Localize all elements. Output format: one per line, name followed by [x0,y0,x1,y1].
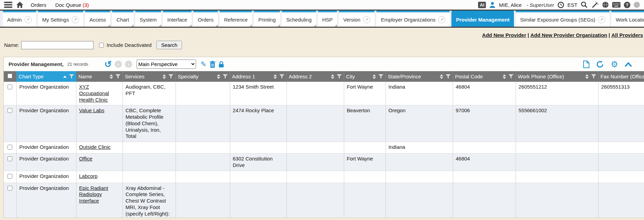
row-checkbox[interactable] [8,174,12,179]
forward-icon[interactable]: › [125,61,132,68]
external-link-icon[interactable]: ↗ [598,16,605,23]
row-checkbox[interactable] [8,156,12,161]
filter-funnel-icon[interactable] [591,74,596,79]
column-header-fax-number-office[interactable]: Fax Number (Office) [598,71,644,82]
tab-version[interactable]: Version↗ [339,11,375,27]
hamburger-menu-icon[interactable] [4,2,12,8]
tab-my-settings[interactable]: My Settings↗ [38,11,83,27]
column-header-city[interactable]: City [344,71,386,82]
filter-funnel-icon[interactable] [337,74,342,79]
column-header-address-2[interactable]: Address 2 [286,71,344,82]
trash-icon[interactable] [210,61,215,68]
status-circle-icon[interactable] [634,2,640,8]
tab-scheduling[interactable]: Scheduling [282,11,316,27]
tab-orders[interactable]: Orders [193,11,218,27]
column-header-specialty[interactable]: Specialty [176,71,230,82]
keyboard-icon[interactable] [612,2,620,8]
include-deactivated-checkbox[interactable] [99,43,104,48]
tab-provider-management[interactable]: Provider Management [451,11,514,27]
tab-hsp[interactable]: HSP [318,11,337,27]
sort-asc-icon[interactable] [63,76,67,78]
perspective-select[interactable]: Main Perspective [137,60,196,69]
sort-icon[interactable] [331,74,334,79]
all-providers-link[interactable]: All Providers [611,32,643,38]
filter-funnel-icon[interactable] [223,74,228,79]
row-checkbox[interactable] [8,145,12,150]
add-new-provider-link[interactable]: Add New Provider [482,32,526,38]
provider-name-link[interactable]: Value Labs [79,107,104,113]
row-checkbox[interactable] [8,108,12,113]
provider-name-link[interactable]: XYZ Occupational Health Clinic [79,84,109,103]
column-header-work-phone-office[interactable]: Work Phone (Office) [516,71,598,82]
help-icon[interactable]: ? [624,2,630,8]
external-link-icon[interactable]: ↗ [25,16,32,23]
collapse-chevron-icon[interactable] [625,62,632,67]
sort-icon[interactable] [110,74,113,79]
nav-doc-queue[interactable]: Doc Queue (3) [55,2,89,8]
provider-name-link[interactable]: Outside Clinic [79,144,111,150]
column-header-postal-code[interactable]: Postal Code [453,71,516,82]
tab-work-locations[interactable]: Work Locations↗ [611,11,644,27]
provider-name-link[interactable]: Labcorp [79,173,98,179]
cell-fax [598,142,644,154]
filter-funnel-icon[interactable] [508,74,514,79]
lock-icon[interactable] [219,61,224,68]
home-icon[interactable] [16,2,23,8]
nav-orders[interactable]: Orders [31,2,46,8]
column-header-chart-type[interactable]: Chart Type [16,71,76,82]
globe-icon[interactable] [602,1,609,8]
filter-funnel-icon[interactable] [115,74,121,79]
refresh-icon[interactable] [596,61,604,68]
search-icon[interactable] [581,1,588,8]
edit-pencil-icon[interactable]: ✎ [200,60,207,68]
user-icon[interactable] [489,2,495,8]
tab-printing[interactable]: Printing [254,11,280,27]
settings-gear-icon[interactable]: ⚙ [611,61,618,68]
back-icon[interactable]: ‹ [115,61,122,68]
sort-icon[interactable] [503,74,506,79]
sort-icon[interactable] [373,74,376,79]
sort-icon[interactable] [163,74,166,79]
ai-badge[interactable]: AI [478,2,486,8]
column-header-state-province[interactable]: State/Province [386,71,453,82]
tab-employer-organizations[interactable]: Employer Organizations↗ [376,11,450,27]
external-link-icon[interactable]: ↗ [438,16,445,23]
sort-icon[interactable] [585,74,589,79]
sort-icon[interactable] [274,74,277,79]
external-link-icon[interactable]: ↗ [72,16,79,23]
tab-access[interactable]: Access [85,11,110,27]
tab-reference[interactable]: Reference [220,11,252,27]
clock-icon[interactable] [558,2,564,8]
tab-similar-exposure-groups-segs[interactable]: Similar Exposure Groups (SEGs)↗ [516,11,610,27]
external-link-icon[interactable]: ↗ [363,16,370,23]
provider-name-link[interactable]: Epic Radiant Radiology Interface [79,185,108,204]
name-input[interactable] [21,41,94,49]
undo-icon[interactable]: ↺ [104,61,112,68]
column-header-services[interactable]: Services [123,71,176,82]
filter-funnel-icon[interactable] [168,74,173,79]
filter-funnel-icon[interactable] [378,74,383,79]
row-checkbox[interactable] [8,186,12,191]
select-all-checkbox[interactable] [8,74,12,78]
user-name[interactable]: MIE, Alice [499,2,522,8]
filter-funnel-icon[interactable] [279,74,284,79]
timezone-label[interactable]: EST [568,2,577,8]
tab-interface[interactable]: Interface [163,11,192,27]
filter-funnel-icon[interactable] [69,74,74,79]
wand-icon[interactable] [591,1,599,8]
tab-system[interactable]: System [135,11,161,27]
column-header-name[interactable]: Name [76,71,123,82]
add-new-provider-organization-link[interactable]: Add New Provider Organization [530,32,607,38]
tab-chart[interactable]: Chart [112,11,134,27]
tab-label: Work Locations [616,17,644,23]
new-document-icon[interactable] [583,61,589,68]
filter-funnel-icon[interactable] [446,74,451,79]
row-checkbox[interactable] [8,85,12,89]
tab-admin[interactable]: Admin↗ [3,11,36,27]
search-button[interactable]: Search [156,41,182,49]
column-header-address-1[interactable]: Address 1 [230,71,286,82]
provider-name-link[interactable]: Office [79,156,93,161]
sort-icon[interactable] [440,74,443,79]
select-all-header[interactable] [4,71,16,82]
sort-icon[interactable] [217,74,220,79]
